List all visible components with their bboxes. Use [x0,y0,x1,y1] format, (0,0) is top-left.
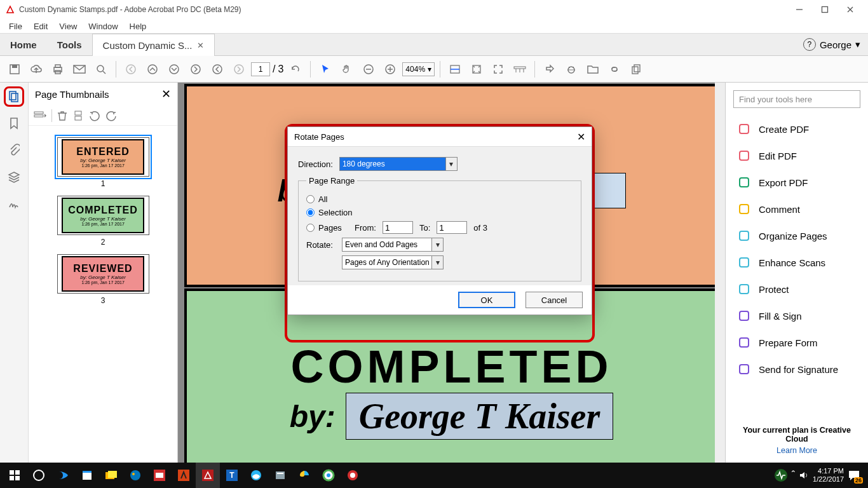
tab-tools[interactable]: Tools [47,34,92,55]
tool-item[interactable]: Prepare Form [726,329,868,356]
tool-item[interactable]: Fill & Sign [726,302,868,329]
zoom-in-icon[interactable] [381,60,400,79]
nav-right-icon[interactable] [229,60,248,79]
user-menu-chevron-icon[interactable]: ▾ [855,39,860,50]
mail-icon[interactable] [70,60,89,79]
fit-width-icon[interactable] [445,60,465,79]
print-icon[interactable] [48,60,67,79]
taskbar-app-11[interactable] [316,463,341,488]
thumbnails-close-icon[interactable]: ✕ [161,87,171,101]
tool-item[interactable]: Send for Signature [726,356,868,383]
user-name[interactable]: George [820,39,851,50]
menu-file[interactable]: File [4,20,27,32]
layers-tab-icon[interactable] [4,166,24,187]
thumb-delete-icon[interactable] [57,110,67,121]
from-input[interactable] [383,221,413,234]
orientation-select[interactable]: Pages of Any Orientation▾ [342,255,444,269]
tool-item[interactable]: Comment [726,196,868,222]
rotate-select[interactable]: Even and Odd Pages▾ [342,238,444,252]
taskbar-app-2[interactable] [75,463,99,488]
tab-close-icon[interactable]: ✕ [197,41,204,50]
thumb-rotate-ccw-icon[interactable] [89,110,100,121]
taskbar-app-7[interactable]: T [220,463,244,488]
prev-page-up-icon[interactable] [143,60,162,79]
bookmarks-tab-icon[interactable] [4,113,24,133]
menu-view[interactable]: View [54,20,82,32]
cloud-icon[interactable] [27,60,46,79]
tray-clock[interactable]: 4:17 PM 1/22/2017 [813,467,844,484]
taskbar-app-9[interactable] [268,463,292,488]
copy-page-icon[interactable] [627,60,646,79]
tray-pulse-icon[interactable] [774,468,788,482]
cortana-icon[interactable] [27,463,51,488]
tab-document[interactable]: Custom Dynamic S... ✕ [92,34,215,56]
zoom-select[interactable]: 404%▾ [402,62,435,76]
attachments-tab-icon[interactable] [4,140,24,160]
taskbar-app-8[interactable] [244,463,268,488]
pointer-icon[interactable] [316,60,335,79]
thumb-extract-icon[interactable] [72,110,84,121]
first-page-icon[interactable] [121,60,140,79]
tool-item[interactable]: Enhance Scans [726,249,868,276]
read-mode-icon[interactable] [510,60,529,79]
dialog-close-icon[interactable]: ✕ [577,131,585,143]
ok-button[interactable]: OK [458,292,515,308]
link-icon[interactable] [605,60,624,79]
taskbar-app-5[interactable] [147,463,172,488]
zoom-out-icon[interactable] [359,60,378,79]
help-icon[interactable]: ? [803,38,816,51]
folder-icon[interactable] [583,60,602,79]
tool-item[interactable]: Export PDF [726,169,868,196]
taskbar-app-acrobat[interactable] [196,463,220,488]
tray-volume-icon[interactable] [799,470,809,480]
nav-left-icon[interactable] [208,60,227,79]
menu-window[interactable]: Window [83,20,123,32]
thumbnail-2[interactable]: COMPLETEDby: George T Kaiser1:26 pm, Jan… [57,196,149,235]
thumbnail-3[interactable]: REVIEWEDby: George T Kaiser1:26 pm, Jan … [57,254,149,294]
thumb-options-icon[interactable] [34,111,46,120]
hand-tool-icon[interactable] [337,60,356,79]
radio-all[interactable]: All [306,194,327,204]
cancel-button[interactable]: Cancel [526,292,583,308]
menu-edit[interactable]: Edit [29,20,53,32]
menu-help[interactable]: Help [125,20,152,32]
taskbar-app-1[interactable] [51,463,75,488]
bug-icon[interactable] [562,60,581,79]
thumbnail-1[interactable]: ENTEREDby: George T Kaiser1:26 pm, Jan 1… [57,137,149,177]
tools-search-input[interactable]: Find your tools here [733,90,860,108]
last-page-icon[interactable] [186,60,205,79]
direction-select[interactable]: 180 degrees▾ [339,157,458,171]
taskbar-app-3[interactable] [99,463,123,488]
radio-selection[interactable]: Selection [306,208,352,217]
search-icon[interactable] [92,60,111,79]
to-input[interactable] [437,221,467,234]
thumb-rotate-cw-icon[interactable] [105,110,117,121]
refresh-icon[interactable] [286,60,305,79]
tool-item[interactable]: Protect [726,276,868,302]
tray-chevron-icon[interactable]: ˆ [792,470,795,481]
tool-item[interactable]: Organize Pages [726,222,868,249]
taskbar-app-4[interactable] [123,463,147,488]
signatures-tab-icon[interactable] [4,193,24,214]
start-icon[interactable] [3,463,27,488]
doc-scrollbar[interactable] [715,83,725,463]
close-window-button[interactable] [837,1,863,18]
next-page-down-icon[interactable] [165,60,184,79]
taskbar-app-12[interactable] [341,463,365,488]
taskbar-app-10[interactable] [292,463,316,488]
radio-pages[interactable]: Pages [306,223,348,233]
thumbnails-tab-icon[interactable] [4,86,24,107]
tool-item[interactable]: Edit PDF [726,142,868,169]
tray-notifications-icon[interactable]: 26 [848,470,860,481]
page-number-input[interactable] [251,62,270,76]
save-icon[interactable] [5,60,24,79]
taskbar-app-6[interactable] [172,463,196,488]
maximize-button[interactable] [812,1,837,18]
tab-home[interactable]: Home [0,34,47,55]
tool-item[interactable]: Create PDF [726,116,868,142]
learn-more-link[interactable]: Learn More [733,446,860,455]
share-icon[interactable] [540,60,559,79]
minimize-button[interactable] [787,1,812,18]
fullscreen-icon[interactable] [489,60,508,79]
fit-page-icon[interactable] [467,60,486,79]
